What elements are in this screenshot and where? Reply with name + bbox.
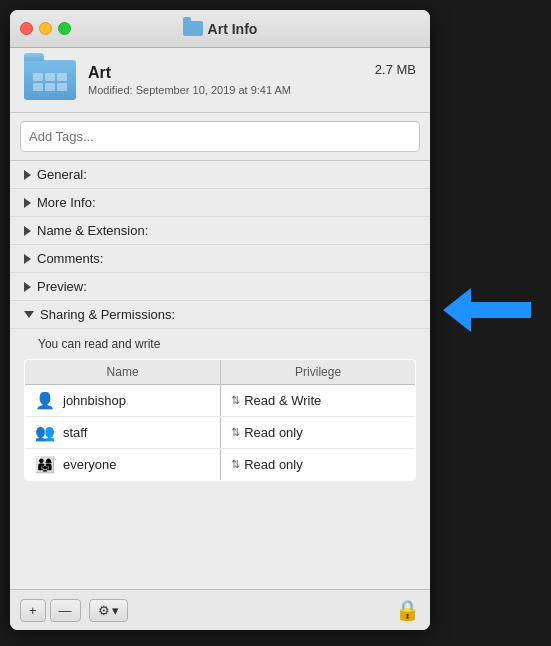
permissions-content: You can read and write Name Privilege 👤 … (10, 329, 430, 481)
finder-info-window: Art Info Art Modified: September 10, 201… (10, 10, 430, 630)
file-modified: Modified: September 10, 2019 at 9:41 AM (88, 84, 363, 96)
arrow-head (443, 288, 471, 332)
privilege-cell-1[interactable]: ⇅ Read only (221, 417, 416, 449)
close-button[interactable] (20, 22, 33, 35)
bottom-toolbar: + — ⚙ ▾ 🔒 (10, 589, 430, 630)
triangle-right-icon (24, 170, 31, 180)
updown-icon: ⇅ (231, 395, 240, 406)
table-row: 👥 staff ⇅ Read only (25, 417, 416, 449)
name-extension-section[interactable]: Name & Extension: (10, 217, 430, 245)
updown-icon: ⇅ (231, 427, 240, 438)
minimize-button[interactable] (39, 22, 52, 35)
col-name: Name (25, 360, 221, 385)
user-cell-2: 👨‍👩‍👧 everyone (25, 449, 221, 481)
updown-icon: ⇅ (231, 459, 240, 470)
folder-grid (29, 69, 71, 95)
content-area: Art Modified: September 10, 2019 at 9:41… (10, 48, 430, 589)
folder-icon-large (24, 60, 76, 100)
triangle-right-icon (24, 254, 31, 264)
arrow-body (471, 302, 531, 318)
maximize-button[interactable] (58, 22, 71, 35)
window-title: Art Info (183, 21, 258, 37)
table-row: 👤 johnbishop ⇅ Read & Write (25, 385, 416, 417)
username-1: staff (63, 425, 87, 440)
triangle-right-icon (24, 282, 31, 292)
dropdown-icon: ▾ (112, 603, 119, 618)
more-info-section[interactable]: More Info: (10, 189, 430, 217)
lock-button[interactable]: 🔒 (395, 598, 420, 622)
username-0: johnbishop (63, 393, 126, 408)
grid-cell (57, 83, 67, 91)
grid-cell (33, 73, 43, 81)
privilege-value-1: Read only (244, 425, 303, 440)
title-bar: Art Info (10, 10, 430, 48)
comments-section[interactable]: Comments: (10, 245, 430, 273)
gear-icon: ⚙ (98, 603, 110, 618)
triangle-right-icon (24, 226, 31, 236)
permissions-note: You can read and write (24, 337, 416, 351)
preview-section[interactable]: Preview: (10, 273, 430, 301)
blue-arrow (443, 288, 531, 332)
privilege-cell-0[interactable]: ⇅ Read & Write (221, 385, 416, 417)
file-header: Art Modified: September 10, 2019 at 9:41… (10, 48, 430, 113)
username-2: everyone (63, 457, 116, 472)
user-cell-1: 👥 staff (25, 417, 221, 449)
grid-cell (45, 73, 55, 81)
add-button[interactable]: + (20, 599, 46, 622)
grid-cell (33, 83, 43, 91)
gear-button[interactable]: ⚙ ▾ (89, 599, 128, 622)
sharing-permissions-section[interactable]: Sharing & Permissions: (10, 301, 430, 329)
triangle-down-icon (24, 311, 34, 318)
tags-input[interactable] (29, 127, 411, 146)
traffic-lights (20, 22, 71, 35)
single-user-icon: 👤 (35, 391, 55, 410)
window-folder-icon (183, 21, 203, 36)
tags-section[interactable] (20, 121, 420, 152)
privilege-cell-2[interactable]: ⇅ Read only (221, 449, 416, 481)
user-cell-0: 👤 johnbishop (25, 385, 221, 417)
file-info: Art Modified: September 10, 2019 at 9:41… (88, 64, 363, 96)
table-row: 👨‍👩‍👧 everyone ⇅ Read only (25, 449, 416, 481)
lock-icon: 🔒 (395, 599, 420, 621)
general-section[interactable]: General: (10, 161, 430, 189)
triangle-right-icon (24, 198, 31, 208)
file-size: 2.7 MB (375, 62, 416, 77)
privilege-value-0: Read & Write (244, 393, 321, 408)
grid-cell (57, 73, 67, 81)
grid-cell (45, 83, 55, 91)
permissions-table: Name Privilege 👤 johnbishop ⇅ Read & Wri… (24, 359, 416, 481)
file-name: Art (88, 64, 363, 82)
group-user-icon: 👨‍👩‍👧 (35, 455, 55, 474)
col-privilege: Privilege (221, 360, 416, 385)
staff-user-icon: 👥 (35, 423, 55, 442)
remove-button[interactable]: — (50, 599, 81, 622)
privilege-value-2: Read only (244, 457, 303, 472)
